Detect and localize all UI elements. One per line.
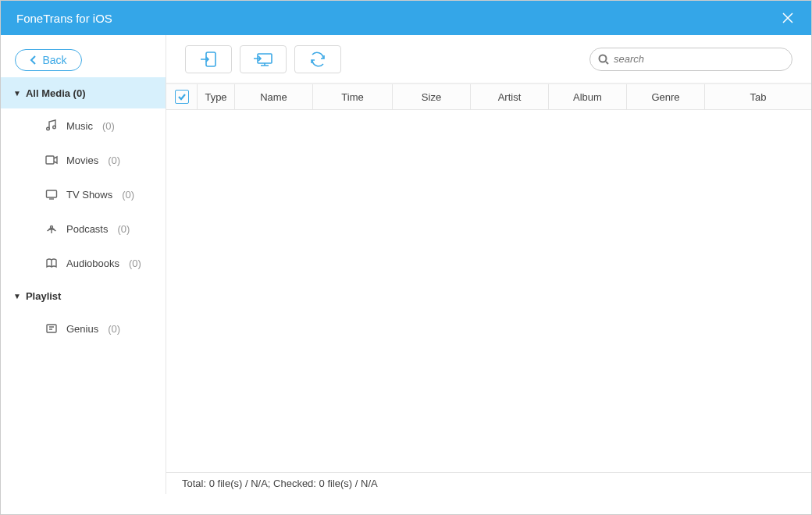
sidebar-item-podcasts[interactable]: Podcasts (0): [1, 211, 166, 246]
section-label: Playlist: [26, 290, 62, 302]
refresh-button[interactable]: [294, 45, 341, 73]
refresh-icon: [309, 52, 326, 67]
content-area: Back ▼ All Media (0) Music (0) Movies (0…: [1, 35, 811, 494]
sidebar-item-count: (0): [122, 189, 134, 201]
import-device-icon: [199, 51, 218, 68]
select-all-checkbox[interactable]: [175, 90, 189, 104]
status-bar: Total: 0 file(s) / N/A; Checked: 0 file(…: [166, 472, 811, 494]
music-icon: [45, 119, 59, 132]
close-icon: [782, 12, 794, 24]
export-to-pc-button[interactable]: [240, 45, 287, 73]
section-playlist[interactable]: ▼ Playlist: [1, 280, 166, 311]
back-button[interactable]: Back: [15, 49, 82, 71]
sidebar-item-count: (0): [117, 223, 130, 235]
window-title: FoneTrans for iOS: [16, 12, 112, 25]
triangle-down-icon: ▼: [13, 89, 21, 98]
sidebar-item-count: (0): [108, 323, 120, 335]
titlebar: FoneTrans for iOS: [1, 1, 811, 35]
movies-icon: [45, 154, 59, 165]
export-pc-icon: [253, 51, 273, 68]
section-all-media[interactable]: ▼ All Media (0): [1, 77, 166, 108]
column-size[interactable]: Size: [393, 84, 471, 109]
toolbar: [166, 35, 811, 83]
sidebar-item-count: (0): [129, 258, 141, 269]
svg-point-8: [600, 55, 607, 62]
status-text: Total: 0 file(s) / N/A; Checked: 0 file(…: [182, 478, 378, 489]
triangle-down-icon: ▼: [13, 292, 21, 300]
audiobook-icon: [45, 258, 59, 268]
check-icon: [177, 92, 187, 101]
genius-icon: [45, 323, 59, 334]
table-body: [166, 110, 811, 472]
column-artist[interactable]: Artist: [471, 84, 549, 109]
sidebar-item-tvshows[interactable]: TV Shows (0): [1, 177, 166, 211]
sidebar-item-genius[interactable]: Genius (0): [1, 311, 166, 346]
column-type[interactable]: Type: [198, 84, 235, 109]
tv-icon: [45, 189, 59, 200]
sidebar-item-music[interactable]: Music (0): [1, 108, 166, 143]
sidebar-item-label: Music: [66, 120, 93, 132]
column-time[interactable]: Time: [313, 84, 393, 109]
back-label: Back: [42, 54, 66, 66]
column-tab[interactable]: Tab: [705, 84, 811, 109]
sidebar-item-movies[interactable]: Movies (0): [1, 143, 166, 177]
chevron-left-icon: [30, 55, 37, 66]
table-header: Type Name Time Size Artist Album Genre T…: [166, 83, 811, 110]
podcast-icon: [45, 222, 59, 235]
sidebar-item-label: Podcasts: [66, 223, 108, 235]
column-genre[interactable]: Genre: [627, 84, 705, 109]
column-album[interactable]: Album: [549, 84, 627, 109]
import-to-device-button[interactable]: [185, 45, 232, 73]
svg-rect-2: [46, 156, 54, 164]
sidebar-item-audiobooks[interactable]: Audiobooks (0): [1, 246, 166, 280]
sidebar-item-count: (0): [102, 120, 115, 132]
sidebar: Back ▼ All Media (0) Music (0) Movies (0…: [1, 35, 166, 494]
sidebar-item-label: Genius: [66, 323, 98, 335]
main-panel: Type Name Time Size Artist Album Genre T…: [166, 35, 811, 494]
svg-rect-3: [47, 190, 57, 197]
column-name[interactable]: Name: [235, 84, 313, 109]
search-icon: [598, 54, 609, 65]
search-input[interactable]: [614, 53, 784, 65]
sidebar-item-label: Movies: [66, 154, 98, 166]
section-label: All Media (0): [26, 87, 86, 99]
svg-point-1: [53, 126, 56, 129]
sidebar-item-label: TV Shows: [66, 189, 112, 201]
svg-point-0: [47, 127, 50, 130]
sidebar-item-count: (0): [108, 154, 120, 166]
svg-rect-5: [47, 325, 56, 332]
sidebar-item-label: Audiobooks: [66, 258, 119, 269]
column-checkbox[interactable]: [166, 84, 198, 109]
close-button[interactable]: [778, 9, 797, 27]
search-box[interactable]: [589, 48, 792, 71]
